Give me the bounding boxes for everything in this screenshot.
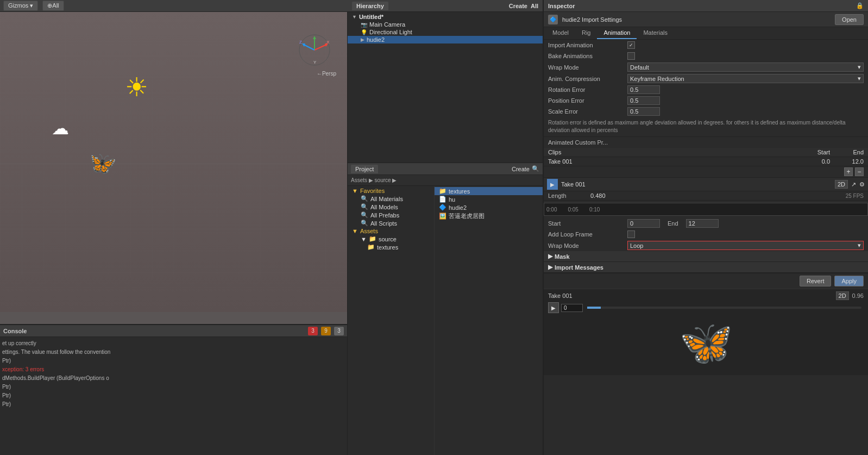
- tab-model[interactable]: Model: [546, 27, 575, 39]
- end-input[interactable]: [686, 219, 719, 228]
- scene-grid-svg: [0, 12, 347, 278]
- bake-animations-row: Bake Animations: [544, 51, 868, 61]
- project-search-icon: 🔍: [532, 165, 539, 172]
- lock-icon[interactable]: 🔒: [856, 2, 864, 9]
- anim-compression-dropdown[interactable]: Keyframe Reduction ▾: [627, 74, 864, 83]
- favorites-all-scripts[interactable]: 🔍 All Scripts: [348, 219, 434, 227]
- take-wrap-mode-dropdown[interactable]: Loop ▾: [627, 241, 864, 250]
- favorites-label: Favorites: [360, 188, 385, 194]
- breadcrumb-text: Assets ▶ source ▶: [351, 177, 397, 183]
- console-line: dMethods.BuildPlayer (BuildPlayerOptions…: [2, 374, 345, 383]
- assets-label: Assets: [360, 228, 378, 234]
- play-button[interactable]: ▶: [548, 302, 559, 313]
- import-messages-section-header[interactable]: ▶ Import Messages: [544, 262, 868, 273]
- scale-error-input[interactable]: [627, 107, 660, 116]
- apply-button[interactable]: Apply: [834, 276, 864, 286]
- source-textures-item[interactable]: 📁 textures: [435, 187, 543, 195]
- clips-remove-button[interactable]: −: [855, 167, 864, 176]
- hierarchy-create-button[interactable]: Create: [509, 3, 527, 9]
- image-icon: 🖼️: [439, 213, 446, 220]
- project-tab[interactable]: Project: [351, 165, 378, 173]
- dropdown-arrow-icon: ▾: [858, 242, 861, 249]
- wrap-mode-dropdown[interactable]: Default ▾: [627, 63, 864, 72]
- hierarchy-item-hudie2[interactable]: ▶ hudie2: [348, 36, 543, 43]
- hierarchy-tab-label: Hierarchy: [356, 3, 384, 9]
- clip-name: Take 001: [548, 158, 805, 165]
- hudie2-inspector-icon: 🔷: [548, 15, 558, 24]
- tiger-item-label: 苦逼老虎居图: [449, 212, 485, 220]
- favorites-all-models[interactable]: 🔍 All Models: [348, 203, 434, 211]
- hierarchy-item-main-camera[interactable]: 📷 Main Camera: [348, 21, 543, 28]
- console-line: Ptr): [2, 357, 345, 365]
- revert-button[interactable]: Revert: [800, 276, 831, 286]
- console-line: Ptr): [2, 391, 345, 400]
- tab-materials[interactable]: Materials: [637, 27, 674, 39]
- assets-textures[interactable]: 📁 textures: [348, 243, 434, 251]
- bottom-2d-label: 2D: [836, 291, 849, 300]
- time-input[interactable]: [561, 304, 583, 312]
- open-button[interactable]: Open: [835, 14, 864, 25]
- textures-label: textures: [377, 244, 398, 251]
- hierarchy-item-directional-light[interactable]: 💡 Directional Light: [348, 28, 543, 36]
- tab-animation[interactable]: Animation: [597, 27, 637, 39]
- clips-col-name-header: Clips: [548, 149, 805, 155]
- take-expand-icon[interactable]: ↗: [851, 181, 856, 188]
- sun-icon: ☀: [125, 72, 148, 102]
- svg-marker-4: [313, 36, 316, 39]
- project-create-button[interactable]: Create: [512, 166, 530, 172]
- position-error-input[interactable]: [627, 96, 660, 105]
- main-camera-label: Main Camera: [369, 21, 405, 28]
- take-2d-button[interactable]: 2D: [835, 180, 848, 189]
- favorites-all-prefabs[interactable]: 🔍 All Prefabs: [348, 211, 434, 219]
- hierarchy-all-button[interactable]: All: [531, 3, 538, 9]
- source-hu-item[interactable]: 📄 hu: [435, 195, 543, 203]
- search-icon: 🔍: [361, 203, 368, 210]
- scene-toolbar: Gizmos ▾ ⊕All: [0, 0, 348, 12]
- inspector-title-bar: 🔷 hudie2 Import Settings Open: [544, 12, 868, 27]
- anim-controls: ▶: [548, 302, 864, 313]
- take-settings-icon[interactable]: ⚙: [859, 181, 865, 188]
- timeline-mark-2: 0:10: [589, 207, 600, 213]
- hierarchy-tab[interactable]: Hierarchy: [352, 2, 388, 10]
- inspector-tabs: Model Rig Animation Materials: [544, 27, 868, 40]
- bake-animations-checkbox[interactable]: [627, 52, 635, 60]
- clips-add-button[interactable]: +: [844, 167, 853, 176]
- project-main: ▼ Favorites 🔍 All Materials 🔍 All Models: [348, 186, 543, 455]
- folder-icon: 📁: [367, 244, 375, 251]
- hierarchy-header: Hierarchy Create All: [348, 0, 543, 12]
- clips-row-take001[interactable]: Take 001 0.0 12.0: [544, 157, 868, 166]
- favorites-root[interactable]: ▼ Favorites: [348, 187, 434, 195]
- all-layers-button[interactable]: ⊕All: [42, 1, 64, 11]
- svg-rect-0: [0, 12, 347, 278]
- favorites-all-materials[interactable]: 🔍 All Materials: [348, 195, 434, 203]
- length-fps-row: Length 0.480 25 FPS: [544, 191, 868, 201]
- rotation-error-input[interactable]: [627, 85, 660, 94]
- hierarchy-scene-root[interactable]: ▼ Untitled*: [348, 13, 543, 21]
- import-animation-checkbox[interactable]: ✓: [627, 41, 635, 49]
- rotation-error-label: Rotation Error: [548, 86, 624, 93]
- start-input[interactable]: [627, 219, 660, 228]
- project-assets-panel: 📁 textures 📄 hu 🔷 hudie2 🖼️ 苦逼老虎居图: [435, 186, 543, 455]
- tab-rig[interactable]: Rig: [575, 27, 597, 39]
- all-scripts-label: All Scripts: [370, 220, 397, 227]
- source-tiger-item[interactable]: 🖼️ 苦逼老虎居图: [435, 211, 543, 221]
- source-hudie2-item[interactable]: 🔷 hudie2: [435, 203, 543, 211]
- inspector-scroll-panel[interactable]: Import Animation ✓ Bake Animations Wrap …: [544, 40, 868, 455]
- assets-source[interactable]: ▼ 📁 source: [348, 235, 434, 243]
- console-line: Ptr): [2, 400, 345, 409]
- assets-root[interactable]: ▼ Assets: [348, 227, 434, 235]
- search-icon: 🔍: [361, 220, 368, 227]
- clips-header-row: Clips Start End: [544, 148, 868, 157]
- take-name-label: Take 001: [548, 292, 573, 299]
- anim-scrub-bar[interactable]: [587, 307, 861, 309]
- scene-view[interactable]: ☀ ☁ 🦋: [0, 12, 348, 325]
- end-label: End: [668, 220, 678, 227]
- anim-timeline[interactable]: 0:00 0:05 0:10: [544, 203, 868, 216]
- console-panel: Console 3 9 3 et up correctly ettings. T…: [0, 325, 348, 455]
- wrap-mode-row: Wrap Mode Default ▾: [544, 61, 868, 73]
- directional-light-label: Directional Light: [369, 29, 412, 35]
- add-loop-frame-checkbox[interactable]: [627, 230, 635, 238]
- source-arrow: ▼: [361, 236, 367, 242]
- mask-section-header[interactable]: ▶ Mask: [544, 251, 868, 262]
- gizmos-button[interactable]: Gizmos ▾: [3, 1, 38, 11]
